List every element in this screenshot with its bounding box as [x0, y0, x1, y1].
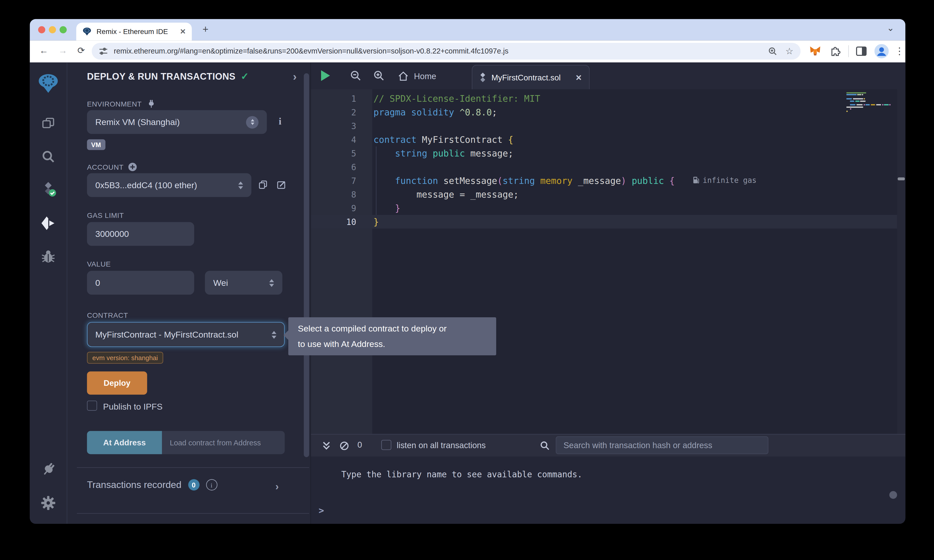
add-account-icon[interactable]	[128, 163, 137, 171]
environment-info-icon[interactable]: i	[279, 116, 281, 127]
window-minimize-button[interactable]	[49, 26, 56, 33]
window-zoom-button[interactable]	[60, 26, 67, 33]
transactions-expand-chevron-icon[interactable]: ›	[275, 481, 279, 493]
gas-limit-label: GAS LIMIT	[87, 211, 124, 220]
line-number: 2	[311, 108, 356, 117]
sign-message-icon[interactable]	[276, 180, 287, 190]
file-tab-myfirstcontract[interactable]: MyFirstContract.sol ✕	[472, 65, 590, 89]
listen-transactions-checkbox[interactable]	[381, 440, 391, 450]
reload-button[interactable]: ⟳	[77, 45, 85, 56]
line-number: 5	[311, 149, 356, 158]
code-line[interactable]: 1// SPDX-License-Identifier: MIT	[311, 92, 897, 105]
window-close-button[interactable]	[38, 26, 45, 33]
account-label: ACCOUNT	[87, 163, 137, 171]
vm-badge: VM	[87, 139, 105, 150]
line-number: 6	[311, 162, 356, 172]
code-text: contract MyFirstContract {	[374, 134, 513, 145]
zoom-in-icon[interactable]	[372, 69, 385, 82]
search-icon[interactable]	[40, 148, 57, 165]
remix-logo-icon[interactable]	[37, 72, 59, 94]
browser-menu-kebab-icon[interactable]: ⋮	[895, 45, 904, 57]
code-line[interactable]: 7 function setMessage(string memory _mes…	[311, 174, 897, 188]
contract-select[interactable]: MyFirstContract - MyFirstContract.sol	[87, 322, 285, 347]
bookmark-star-icon[interactable]: ☆	[786, 46, 794, 57]
transactions-recorded-row[interactable]: Transactions recorded 0 i	[87, 479, 217, 491]
extensions-puzzle-icon[interactable]	[829, 45, 841, 57]
minimap[interactable]	[845, 92, 896, 112]
file-explorer-icon[interactable]	[40, 115, 57, 132]
solidity-file-icon	[479, 72, 486, 82]
value-unit: Wei	[213, 278, 228, 288]
run-script-play-icon[interactable]	[321, 70, 330, 81]
panel-title: DEPLOY & RUN TRANSACTIONS✓	[87, 71, 249, 82]
environment-plug-icon[interactable]	[146, 99, 156, 109]
home-tab[interactable]: Home	[398, 67, 436, 85]
code-line[interactable]: 4contract MyFirstContract {	[311, 133, 897, 146]
code-text: pragma solidity ^0.8.0;	[374, 107, 498, 117]
plugin-manager-plug-icon[interactable]	[40, 461, 57, 478]
code-text: function setMessage(string memory _messa…	[374, 175, 757, 186]
listen-transactions-label: listen on all transactions	[397, 440, 486, 450]
minimap-line	[845, 96, 896, 98]
scroll-to-bottom-button[interactable]	[889, 491, 897, 499]
gas-pump-icon	[693, 176, 699, 184]
clear-console-icon[interactable]	[338, 440, 350, 451]
environment-select[interactable]: Remix VM (Shanghai)	[87, 110, 267, 134]
solidity-compiler-icon[interactable]	[40, 181, 57, 198]
at-address-input[interactable]	[162, 431, 285, 454]
panel-expand-chevron-icon[interactable]: ›	[293, 70, 297, 83]
at-address-button[interactable]: At Address	[87, 431, 162, 454]
code-line[interactable]: 5 string public message;	[311, 146, 897, 160]
contract-select-tooltip: Select a compiled contract to deploy or …	[288, 317, 496, 355]
copy-account-icon[interactable]	[258, 180, 268, 190]
minimap-line	[845, 105, 896, 106]
code-line[interactable]: 9 }	[311, 201, 897, 215]
environment-label: ENVIRONMENT	[87, 99, 156, 109]
publish-ipfs-checkbox[interactable]	[87, 400, 97, 411]
account-select[interactable]: 0x5B3...eddC4 (100 ether)	[87, 173, 251, 197]
tab-close-button[interactable]: ✕	[180, 28, 186, 36]
editor-scrollbar[interactable]	[897, 89, 905, 434]
editor-scrollbar-thumb[interactable]	[898, 177, 905, 180]
transactions-count-badge: 0	[188, 479, 199, 491]
code-text: message = _message;	[374, 189, 519, 200]
transactions-info-icon[interactable]: i	[206, 479, 217, 491]
file-tab-close-icon[interactable]: ✕	[575, 73, 582, 82]
settings-gear-icon[interactable]	[40, 495, 57, 511]
deploy-button[interactable]: Deploy	[87, 371, 147, 395]
back-button[interactable]: ←	[39, 45, 48, 55]
code-line[interactable]: 10}	[311, 215, 897, 229]
code-line[interactable]: 6	[311, 160, 897, 174]
zoom-page-icon[interactable]	[768, 46, 777, 56]
panel-scrollbar[interactable]	[304, 73, 309, 457]
zoom-out-icon[interactable]	[349, 69, 362, 82]
line-number: 10	[311, 217, 356, 226]
value-input[interactable]	[87, 271, 194, 295]
browser-tab[interactable]: Remix - Ethereum IDE ✕	[76, 23, 192, 40]
tab-title: Remix - Ethereum IDE	[96, 28, 180, 36]
terminal-toolbar: 0 listen on all transactions	[311, 434, 905, 457]
new-tab-button[interactable]: +	[199, 23, 212, 37]
side-panel-icon[interactable]	[855, 45, 867, 57]
tab-overflow-button[interactable]: ⌄	[884, 22, 897, 35]
line-number: 1	[311, 94, 356, 103]
code-line[interactable]: 2pragma solidity ^0.8.0;	[311, 105, 897, 119]
code-line[interactable]: 3	[311, 119, 897, 133]
metamask-extension-icon[interactable]	[809, 45, 821, 57]
code-editor[interactable]: 1// SPDX-License-Identifier: MIT2pragma …	[311, 89, 905, 434]
deploy-run-icon[interactable]	[40, 215, 57, 232]
terminal-search-input[interactable]	[556, 436, 769, 454]
value-unit-select[interactable]: Wei	[205, 271, 282, 295]
environment-stepper-icon[interactable]	[246, 115, 258, 128]
address-bar[interactable]: remix.ethereum.org/#lang=en&optimize=fal…	[92, 43, 800, 60]
terminal-output[interactable]: Type the library name to see available c…	[311, 457, 905, 524]
debugger-bug-icon[interactable]	[40, 248, 57, 264]
site-settings-icon[interactable]	[99, 47, 108, 55]
code-line[interactable]: 8 message = _message;	[311, 188, 897, 201]
gas-limit-input[interactable]	[87, 222, 194, 246]
profile-avatar[interactable]	[874, 44, 889, 58]
remix-favicon	[82, 27, 92, 37]
toolbar-divider	[848, 45, 849, 57]
terminal-collapse-icon[interactable]	[321, 440, 332, 451]
forward-button[interactable]: →	[59, 45, 67, 55]
